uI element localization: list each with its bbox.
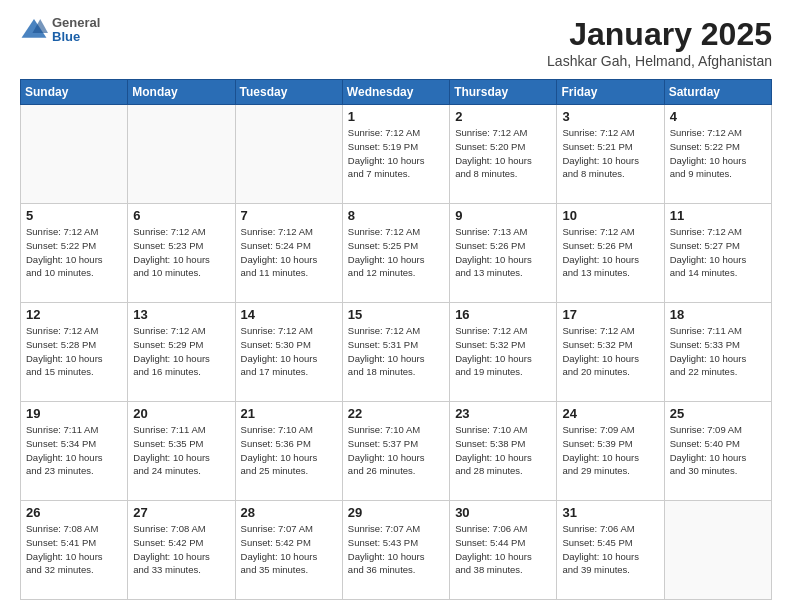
calendar-cell: 23Sunrise: 7:10 AMSunset: 5:38 PMDayligh… — [450, 402, 557, 501]
calendar-cell: 25Sunrise: 7:09 AMSunset: 5:40 PMDayligh… — [664, 402, 771, 501]
day-info: Sunrise: 7:11 AMSunset: 5:34 PMDaylight:… — [26, 423, 122, 478]
day-info: Sunrise: 7:06 AMSunset: 5:44 PMDaylight:… — [455, 522, 551, 577]
day-info: Sunrise: 7:12 AMSunset: 5:23 PMDaylight:… — [133, 225, 229, 280]
calendar-cell — [664, 501, 771, 600]
calendar-cell: 4Sunrise: 7:12 AMSunset: 5:22 PMDaylight… — [664, 105, 771, 204]
day-number: 15 — [348, 307, 444, 322]
day-number: 5 — [26, 208, 122, 223]
day-info: Sunrise: 7:12 AMSunset: 5:22 PMDaylight:… — [670, 126, 766, 181]
calendar-cell: 10Sunrise: 7:12 AMSunset: 5:26 PMDayligh… — [557, 204, 664, 303]
calendar-cell: 1Sunrise: 7:12 AMSunset: 5:19 PMDaylight… — [342, 105, 449, 204]
day-header-tuesday: Tuesday — [235, 80, 342, 105]
day-number: 22 — [348, 406, 444, 421]
calendar-cell: 5Sunrise: 7:12 AMSunset: 5:22 PMDaylight… — [21, 204, 128, 303]
day-info: Sunrise: 7:12 AMSunset: 5:27 PMDaylight:… — [670, 225, 766, 280]
day-number: 17 — [562, 307, 658, 322]
calendar-cell: 6Sunrise: 7:12 AMSunset: 5:23 PMDaylight… — [128, 204, 235, 303]
day-number: 19 — [26, 406, 122, 421]
calendar-cell — [21, 105, 128, 204]
day-number: 31 — [562, 505, 658, 520]
calendar-cell: 22Sunrise: 7:10 AMSunset: 5:37 PMDayligh… — [342, 402, 449, 501]
calendar-cell: 17Sunrise: 7:12 AMSunset: 5:32 PMDayligh… — [557, 303, 664, 402]
calendar-cell: 7Sunrise: 7:12 AMSunset: 5:24 PMDaylight… — [235, 204, 342, 303]
day-info: Sunrise: 7:07 AMSunset: 5:43 PMDaylight:… — [348, 522, 444, 577]
day-info: Sunrise: 7:12 AMSunset: 5:30 PMDaylight:… — [241, 324, 337, 379]
day-number: 23 — [455, 406, 551, 421]
day-number: 14 — [241, 307, 337, 322]
day-number: 26 — [26, 505, 122, 520]
day-number: 27 — [133, 505, 229, 520]
calendar-cell — [128, 105, 235, 204]
calendar-cell: 27Sunrise: 7:08 AMSunset: 5:42 PMDayligh… — [128, 501, 235, 600]
day-number: 7 — [241, 208, 337, 223]
day-info: Sunrise: 7:12 AMSunset: 5:22 PMDaylight:… — [26, 225, 122, 280]
day-number: 8 — [348, 208, 444, 223]
header: General Blue January 2025 Lashkar Gah, H… — [20, 16, 772, 69]
day-number: 6 — [133, 208, 229, 223]
day-info: Sunrise: 7:12 AMSunset: 5:29 PMDaylight:… — [133, 324, 229, 379]
week-row-5: 26Sunrise: 7:08 AMSunset: 5:41 PMDayligh… — [21, 501, 772, 600]
calendar-cell: 21Sunrise: 7:10 AMSunset: 5:36 PMDayligh… — [235, 402, 342, 501]
day-number: 2 — [455, 109, 551, 124]
calendar-cell — [235, 105, 342, 204]
calendar-title: January 2025 — [547, 16, 772, 53]
title-block: January 2025 Lashkar Gah, Helmand, Afgha… — [547, 16, 772, 69]
day-info: Sunrise: 7:11 AMSunset: 5:35 PMDaylight:… — [133, 423, 229, 478]
calendar-cell: 16Sunrise: 7:12 AMSunset: 5:32 PMDayligh… — [450, 303, 557, 402]
calendar-cell: 14Sunrise: 7:12 AMSunset: 5:30 PMDayligh… — [235, 303, 342, 402]
day-info: Sunrise: 7:12 AMSunset: 5:28 PMDaylight:… — [26, 324, 122, 379]
calendar-cell: 26Sunrise: 7:08 AMSunset: 5:41 PMDayligh… — [21, 501, 128, 600]
calendar-cell: 30Sunrise: 7:06 AMSunset: 5:44 PMDayligh… — [450, 501, 557, 600]
day-number: 29 — [348, 505, 444, 520]
calendar-cell: 15Sunrise: 7:12 AMSunset: 5:31 PMDayligh… — [342, 303, 449, 402]
calendar-cell: 8Sunrise: 7:12 AMSunset: 5:25 PMDaylight… — [342, 204, 449, 303]
day-number: 13 — [133, 307, 229, 322]
day-number: 10 — [562, 208, 658, 223]
week-row-3: 12Sunrise: 7:12 AMSunset: 5:28 PMDayligh… — [21, 303, 772, 402]
day-info: Sunrise: 7:11 AMSunset: 5:33 PMDaylight:… — [670, 324, 766, 379]
calendar-cell: 28Sunrise: 7:07 AMSunset: 5:42 PMDayligh… — [235, 501, 342, 600]
day-info: Sunrise: 7:12 AMSunset: 5:24 PMDaylight:… — [241, 225, 337, 280]
day-header-thursday: Thursday — [450, 80, 557, 105]
day-number: 3 — [562, 109, 658, 124]
week-row-1: 1Sunrise: 7:12 AMSunset: 5:19 PMDaylight… — [21, 105, 772, 204]
calendar-cell: 2Sunrise: 7:12 AMSunset: 5:20 PMDaylight… — [450, 105, 557, 204]
logo-icon — [20, 16, 48, 44]
calendar-table: SundayMondayTuesdayWednesdayThursdayFrid… — [20, 79, 772, 600]
day-info: Sunrise: 7:08 AMSunset: 5:42 PMDaylight:… — [133, 522, 229, 577]
calendar-cell: 29Sunrise: 7:07 AMSunset: 5:43 PMDayligh… — [342, 501, 449, 600]
day-info: Sunrise: 7:09 AMSunset: 5:40 PMDaylight:… — [670, 423, 766, 478]
day-number: 24 — [562, 406, 658, 421]
week-row-4: 19Sunrise: 7:11 AMSunset: 5:34 PMDayligh… — [21, 402, 772, 501]
day-info: Sunrise: 7:12 AMSunset: 5:25 PMDaylight:… — [348, 225, 444, 280]
day-number: 18 — [670, 307, 766, 322]
day-info: Sunrise: 7:06 AMSunset: 5:45 PMDaylight:… — [562, 522, 658, 577]
day-header-wednesday: Wednesday — [342, 80, 449, 105]
page: General Blue January 2025 Lashkar Gah, H… — [0, 0, 792, 612]
day-number: 1 — [348, 109, 444, 124]
day-info: Sunrise: 7:12 AMSunset: 5:32 PMDaylight:… — [455, 324, 551, 379]
day-number: 9 — [455, 208, 551, 223]
day-header-sunday: Sunday — [21, 80, 128, 105]
day-number: 30 — [455, 505, 551, 520]
day-info: Sunrise: 7:12 AMSunset: 5:20 PMDaylight:… — [455, 126, 551, 181]
day-info: Sunrise: 7:10 AMSunset: 5:38 PMDaylight:… — [455, 423, 551, 478]
calendar-cell: 19Sunrise: 7:11 AMSunset: 5:34 PMDayligh… — [21, 402, 128, 501]
logo: General Blue — [20, 16, 100, 45]
day-header-saturday: Saturday — [664, 80, 771, 105]
day-info: Sunrise: 7:12 AMSunset: 5:32 PMDaylight:… — [562, 324, 658, 379]
day-info: Sunrise: 7:13 AMSunset: 5:26 PMDaylight:… — [455, 225, 551, 280]
day-info: Sunrise: 7:09 AMSunset: 5:39 PMDaylight:… — [562, 423, 658, 478]
day-header-friday: Friday — [557, 80, 664, 105]
day-number: 21 — [241, 406, 337, 421]
calendar-cell: 13Sunrise: 7:12 AMSunset: 5:29 PMDayligh… — [128, 303, 235, 402]
day-number: 16 — [455, 307, 551, 322]
week-row-2: 5Sunrise: 7:12 AMSunset: 5:22 PMDaylight… — [21, 204, 772, 303]
day-info: Sunrise: 7:07 AMSunset: 5:42 PMDaylight:… — [241, 522, 337, 577]
day-info: Sunrise: 7:12 AMSunset: 5:21 PMDaylight:… — [562, 126, 658, 181]
day-number: 4 — [670, 109, 766, 124]
day-number: 25 — [670, 406, 766, 421]
day-info: Sunrise: 7:12 AMSunset: 5:31 PMDaylight:… — [348, 324, 444, 379]
calendar-cell: 12Sunrise: 7:12 AMSunset: 5:28 PMDayligh… — [21, 303, 128, 402]
days-header-row: SundayMondayTuesdayWednesdayThursdayFrid… — [21, 80, 772, 105]
